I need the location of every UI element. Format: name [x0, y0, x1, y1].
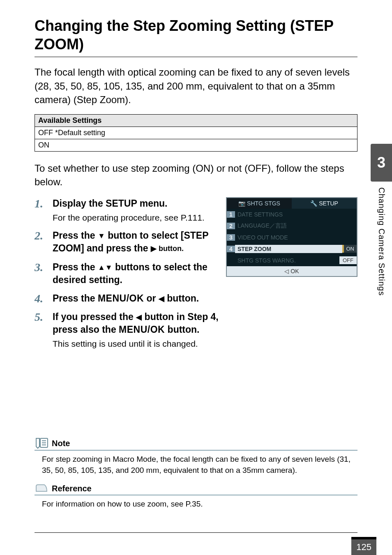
- row-option-off: OFF: [339, 256, 357, 264]
- chapter-number: 3: [371, 144, 392, 182]
- step-heading: Press the ▲▼ buttons to select the desir…: [53, 261, 219, 286]
- row-label: VIDEO OUT MODE: [235, 234, 357, 241]
- note-label: Note: [52, 439, 70, 448]
- lcd-footer: ◁ OK: [227, 266, 357, 276]
- step-5: If you pressed the ◀ button in Step 4, p…: [35, 311, 219, 350]
- menu-ok-key: MENU/OK: [119, 324, 165, 335]
- step-4: Press the MENU/OK or ◀ button.: [35, 292, 219, 305]
- step-heading: Press the ▼ button to select [STEP ZOOM]…: [53, 229, 219, 255]
- lcd-row-selected: 4 STEP ZOOM ON: [227, 243, 357, 255]
- row-label: DATE SETTINGS: [235, 211, 357, 218]
- note-icon: [35, 438, 48, 449]
- step-3: Press the ▲▼ buttons to select the desir…: [35, 261, 219, 286]
- text: or: [144, 293, 159, 304]
- text: Press the: [53, 293, 98, 304]
- row-number: 3: [227, 234, 235, 241]
- table-header: Available Settings: [35, 114, 357, 127]
- step-subtext: For the operating procedure, see P.111.: [53, 212, 219, 223]
- text: Press the: [53, 230, 98, 241]
- steps-list: Display the SETUP menu. For the operatin…: [35, 197, 219, 350]
- text: Press the: [53, 262, 98, 272]
- step-heading: Display the SETUP menu.: [53, 197, 219, 210]
- left-triangle-icon: ◀: [136, 313, 142, 321]
- text: If you pressed the: [53, 311, 136, 322]
- lcd-tabs: 📷 SHTG STGS 🔧 SETUP: [227, 198, 357, 209]
- table-row: ON: [35, 139, 357, 151]
- lcd-tab-shtg: 📷 SHTG STGS: [227, 198, 292, 209]
- reference-body: For information on how to use zoom, see …: [35, 499, 357, 517]
- lcd-tab-setup: 🔧 SETUP: [292, 198, 357, 209]
- side-chapter-tab: 3 Changing Camera Settings: [371, 144, 392, 320]
- lcd-row: 3 VIDEO OUT MODE: [227, 232, 357, 243]
- row-label: SHTG STGS WARNG.: [235, 257, 339, 264]
- left-triangle-icon: ◀: [159, 295, 164, 303]
- reference-label: Reference: [52, 484, 92, 493]
- note-body: For step zooming in Macro Mode, the foca…: [35, 454, 357, 483]
- step-subtext: This setting is used until it is changed…: [53, 338, 219, 350]
- title-divider: [35, 57, 357, 57]
- note-block: Note For step zooming in Macro Mode, the…: [35, 438, 357, 517]
- footer-divider: [35, 532, 357, 533]
- note-heading: Note: [35, 438, 357, 451]
- wrench-icon: 🔧: [310, 200, 317, 207]
- text: button.: [164, 293, 199, 304]
- step-1: Display the SETUP menu. For the operatin…: [35, 197, 219, 223]
- step-2: Press the ▼ button to select [STEP ZOOM]…: [35, 229, 219, 255]
- tab-label: SHTG STGS: [247, 200, 280, 207]
- page-title: Changing the Step Zooming Setting (STEP …: [35, 16, 357, 53]
- reference-icon: [35, 483, 48, 494]
- available-settings-table: Available Settings OFF *Default setting …: [35, 114, 357, 152]
- tab-label: SETUP: [319, 200, 338, 207]
- down-triangle-icon: ▼: [98, 232, 105, 240]
- row-option-on: ON: [342, 245, 357, 253]
- page-number: 125: [351, 537, 376, 555]
- page: Changing the Step Zooming Setting (STEP …: [0, 0, 392, 555]
- step-heading: If you pressed the ◀ button in Step 4, p…: [53, 311, 219, 336]
- text: button.: [165, 324, 199, 335]
- row-number: 1: [227, 211, 235, 218]
- lcd-row: SHTG STGS WARNG. OFF: [227, 255, 357, 266]
- step-heading: Press the MENU/OK or ◀ button.: [53, 292, 219, 305]
- intro-paragraph: The focal length with optical zooming ca…: [35, 65, 357, 107]
- instruction-paragraph: To set whether to use step zooming (ON) …: [35, 161, 357, 189]
- row-label: STEP ZOOM: [235, 245, 342, 253]
- lcd-row: 1 DATE SETTINGS: [227, 209, 357, 220]
- row-number: 2: [227, 223, 235, 229]
- menu-ok-key: MENU/OK: [98, 293, 144, 304]
- camera-lcd-screenshot: 📷 SHTG STGS 🔧 SETUP 1 DATE SETTINGS 2 LA…: [226, 197, 357, 277]
- table-row: OFF *Default setting: [35, 127, 357, 139]
- chapter-label: Changing Camera Settings: [377, 187, 386, 296]
- camera-icon: 📷: [238, 200, 245, 207]
- up-down-triangle-icon: ▲▼: [98, 263, 113, 272]
- right-triangle-icon: ▶ button.: [151, 244, 184, 253]
- reference-heading: Reference: [35, 483, 357, 495]
- lcd-row: 2 LANGUAGE／言語: [227, 220, 357, 232]
- row-label: LANGUAGE／言語: [235, 222, 357, 230]
- row-number: 4: [227, 246, 235, 252]
